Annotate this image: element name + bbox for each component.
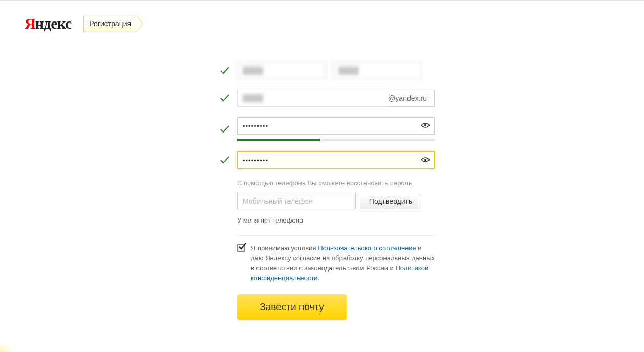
password-row <box>220 117 435 141</box>
password-strength-fill <box>237 139 320 141</box>
password-input-wrap <box>237 117 435 135</box>
check-icon <box>220 125 230 134</box>
terms-block: Я принимаю условия Пользовательского сог… <box>237 243 435 283</box>
toggle-password-visibility-button[interactable] <box>417 152 434 168</box>
login-input-wrap: @yandex.ru <box>237 90 435 107</box>
password-confirm-input-wrap <box>237 151 435 169</box>
registration-breadcrumb: Регистрация <box>83 16 143 31</box>
user-agreement-link[interactable]: Пользовательского соглашения <box>318 244 416 252</box>
no-phone-link[interactable]: У меня нет телефона <box>237 216 435 224</box>
name-row <box>220 62 435 79</box>
password-strength-meter <box>237 139 435 141</box>
terms-suffix: . <box>318 274 320 282</box>
password-confirm-row <box>220 151 435 169</box>
terms-text: Я принимаю условия Пользовательского сог… <box>251 243 435 283</box>
yandex-logo[interactable]: Яндекс <box>25 15 71 32</box>
check-icon <box>220 156 230 165</box>
registration-label: Регистрация <box>83 16 137 31</box>
check-icon <box>220 94 230 103</box>
confirm-phone-button[interactable]: Подтвердить <box>360 193 421 209</box>
page-header: Яндекс Регистрация <box>0 1 644 32</box>
eye-icon <box>421 156 430 165</box>
eye-icon <box>421 121 430 130</box>
breadcrumb-arrow-icon <box>137 16 143 31</box>
phone-input[interactable] <box>237 193 356 209</box>
terms-prefix: Я принимаю условия <box>251 244 318 252</box>
toggle-password-visibility-button[interactable] <box>417 118 434 134</box>
password-input[interactable] <box>238 118 417 134</box>
login-domain-suffix: @yandex.ru <box>388 94 434 102</box>
login-input[interactable] <box>238 90 388 106</box>
last-name-input[interactable] <box>333 62 421 79</box>
create-mail-button[interactable]: Завести почту <box>237 294 347 320</box>
logo-rest: ндекс <box>35 15 72 32</box>
logo-ya-letter: Я <box>25 15 35 32</box>
svg-point-0 <box>424 124 426 126</box>
section-divider <box>237 235 435 236</box>
check-icon <box>220 66 230 75</box>
password-confirm-input[interactable] <box>238 152 417 168</box>
phone-help-text: С помощью телефона Вы сможете восстанови… <box>237 179 435 187</box>
phone-section: С помощью телефона Вы сможете восстанови… <box>237 179 435 224</box>
first-name-input[interactable] <box>237 62 326 79</box>
registration-form: @yandex.ru <box>220 62 435 320</box>
login-row: @yandex.ru <box>220 90 435 107</box>
svg-point-1 <box>424 159 426 161</box>
terms-checkbox[interactable] <box>237 244 245 252</box>
corner-decoration <box>0 342 15 352</box>
